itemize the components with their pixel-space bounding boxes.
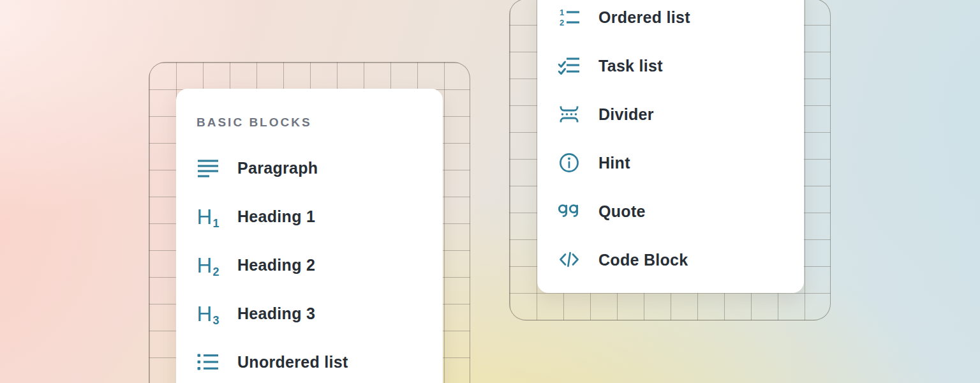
menu-item-code-block[interactable]: Code Block [558, 236, 804, 284]
menu-item-label: Unordered list [237, 353, 348, 372]
menu-item-heading-1[interactable]: H1 Heading 1 [197, 192, 443, 241]
menu-item-divider[interactable]: Divider [558, 90, 804, 139]
section-label: BASIC BLOCKS [197, 116, 443, 128]
menu-item-ordered-list[interactable]: 1 2 Ordered list [558, 0, 804, 41]
task-list-icon [558, 54, 581, 77]
menu-item-quote[interactable]: Quote [558, 187, 804, 236]
menu-item-label: Task list [598, 57, 663, 75]
menu-item-label: Paragraph [237, 159, 318, 177]
divider-icon [558, 103, 581, 126]
menu-item-label: Hint [598, 154, 630, 172]
heading-3-icon: H3 [197, 302, 219, 325]
blocks-menu-continued: 1 2 Ordered list Task list [537, 0, 804, 293]
menu-item-label: Heading 2 [237, 256, 315, 274]
menu-item-label: Heading 3 [237, 304, 315, 323]
menu-item-unordered-list[interactable]: Unordered list [197, 338, 443, 383]
menu-item-label: Code Block [598, 251, 688, 269]
quote-icon [558, 200, 581, 223]
paragraph-icon [197, 156, 219, 179]
hint-icon [558, 151, 581, 174]
code-block-icon [558, 248, 581, 271]
ordered-list-icon: 1 2 [558, 6, 581, 29]
menu-item-label: Divider [598, 105, 654, 124]
heading-2-icon: H2 [197, 253, 219, 276]
heading-1-icon: H1 [197, 205, 219, 228]
menu-item-paragraph[interactable]: Paragraph [197, 144, 443, 192]
svg-text:1: 1 [560, 8, 564, 17]
menu-item-label: Ordered list [598, 8, 690, 27]
menu-item-label: Quote [598, 202, 646, 221]
svg-text:2: 2 [560, 18, 564, 27]
basic-blocks-menu: BASIC BLOCKS Paragraph H1 Heading 1 H2 H… [176, 89, 443, 383]
unordered-list-icon [197, 350, 219, 373]
menu-item-hint[interactable]: Hint [558, 139, 804, 187]
menu-item-label: Heading 1 [237, 207, 315, 226]
menu-item-heading-2[interactable]: H2 Heading 2 [197, 241, 443, 289]
menu-item-task-list[interactable]: Task list [558, 41, 804, 90]
menu-item-heading-3[interactable]: H3 Heading 3 [197, 289, 443, 338]
